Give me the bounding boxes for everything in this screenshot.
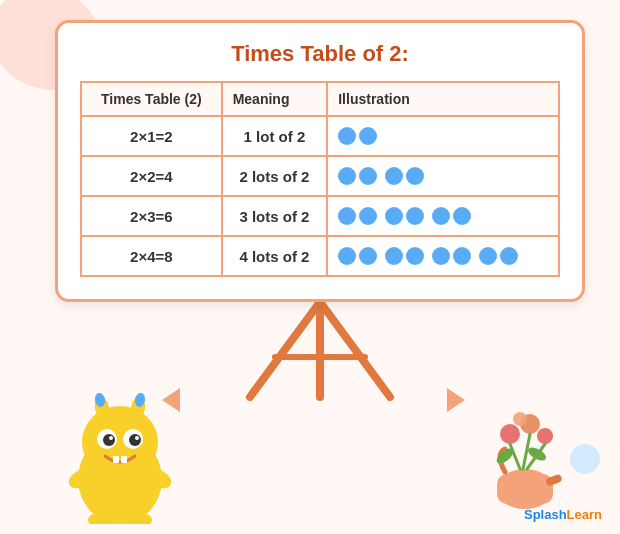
logo-learn: Learn xyxy=(567,507,602,522)
col-header-illustration: Illustration xyxy=(327,82,559,116)
dot-group xyxy=(385,167,424,185)
dot xyxy=(406,167,424,185)
dot xyxy=(359,247,377,265)
table-row: 2×3=63 lots of 2 xyxy=(81,196,559,236)
cell-illustration xyxy=(327,196,559,236)
dot xyxy=(453,247,471,265)
svg-point-28 xyxy=(513,412,527,426)
plant-character xyxy=(475,404,565,514)
svg-point-13 xyxy=(129,434,141,446)
dot xyxy=(338,127,356,145)
dot-group xyxy=(338,207,377,225)
cell-equation: 2×3=6 xyxy=(81,196,222,236)
table-header-row: Times Table (2) Meaning Illustration xyxy=(81,82,559,116)
svg-point-12 xyxy=(103,434,115,446)
svg-rect-16 xyxy=(113,456,119,463)
svg-point-14 xyxy=(109,436,113,440)
dot xyxy=(338,167,356,185)
easel-container: Times Table of 2: Times Table (2) Meanin… xyxy=(50,20,590,402)
dot-group xyxy=(338,167,377,185)
dot-group xyxy=(432,247,471,265)
dot-group xyxy=(479,247,518,265)
table-row: 2×1=21 lot of 2 xyxy=(81,116,559,156)
table-row: 2×2=42 lots of 2 xyxy=(81,156,559,196)
illustration-dots xyxy=(338,207,548,225)
svg-line-0 xyxy=(250,302,320,397)
dot-group xyxy=(338,127,377,145)
dot xyxy=(359,127,377,145)
dot xyxy=(338,207,356,225)
svg-line-1 xyxy=(320,302,390,397)
dot xyxy=(406,247,424,265)
dot xyxy=(385,247,403,265)
cell-meaning: 2 lots of 2 xyxy=(222,156,328,196)
svg-point-5 xyxy=(82,406,158,478)
board: Times Table of 2: Times Table (2) Meanin… xyxy=(55,20,585,302)
easel-legs xyxy=(210,302,430,402)
dot xyxy=(432,207,450,225)
cell-illustration xyxy=(327,156,559,196)
logo-splash: Splash xyxy=(524,507,567,522)
svg-point-25 xyxy=(500,424,520,444)
illustration-dots xyxy=(338,167,548,185)
dot-group xyxy=(385,247,424,265)
splashlearn-logo: SplashLearn xyxy=(524,507,602,522)
cell-equation: 2×1=2 xyxy=(81,116,222,156)
times-table: Times Table (2) Meaning Illustration 2×1… xyxy=(80,81,560,277)
dot xyxy=(479,247,497,265)
dot xyxy=(338,247,356,265)
svg-rect-23 xyxy=(497,474,553,504)
dot-group xyxy=(385,207,424,225)
dot-group xyxy=(338,247,377,265)
svg-point-27 xyxy=(537,428,553,444)
cell-meaning: 4 lots of 2 xyxy=(222,236,328,276)
illustration-dots xyxy=(338,127,548,145)
illustration-dots xyxy=(338,247,548,265)
bg-decoration-circle xyxy=(570,444,600,474)
dot xyxy=(453,207,471,225)
cell-illustration xyxy=(327,236,559,276)
svg-point-15 xyxy=(135,436,139,440)
cell-illustration xyxy=(327,116,559,156)
dot xyxy=(385,167,403,185)
svg-point-33 xyxy=(526,445,548,464)
svg-line-29 xyxy=(510,444,520,469)
cell-equation: 2×4=8 xyxy=(81,236,222,276)
col-header-meaning: Meaning xyxy=(222,82,328,116)
cell-meaning: 1 lot of 2 xyxy=(222,116,328,156)
cell-meaning: 3 lots of 2 xyxy=(222,196,328,236)
dot xyxy=(406,207,424,225)
dot xyxy=(359,167,377,185)
dot xyxy=(500,247,518,265)
cell-equation: 2×2=4 xyxy=(81,156,222,196)
easel-arrow-right xyxy=(447,388,465,412)
dot xyxy=(385,207,403,225)
dot xyxy=(432,247,450,265)
dot-group xyxy=(432,207,471,225)
dot xyxy=(359,207,377,225)
monster-character xyxy=(60,384,180,524)
board-title: Times Table of 2: xyxy=(80,41,560,67)
col-header-equation: Times Table (2) xyxy=(81,82,222,116)
table-row: 2×4=84 lots of 2 xyxy=(81,236,559,276)
svg-rect-17 xyxy=(121,456,127,463)
